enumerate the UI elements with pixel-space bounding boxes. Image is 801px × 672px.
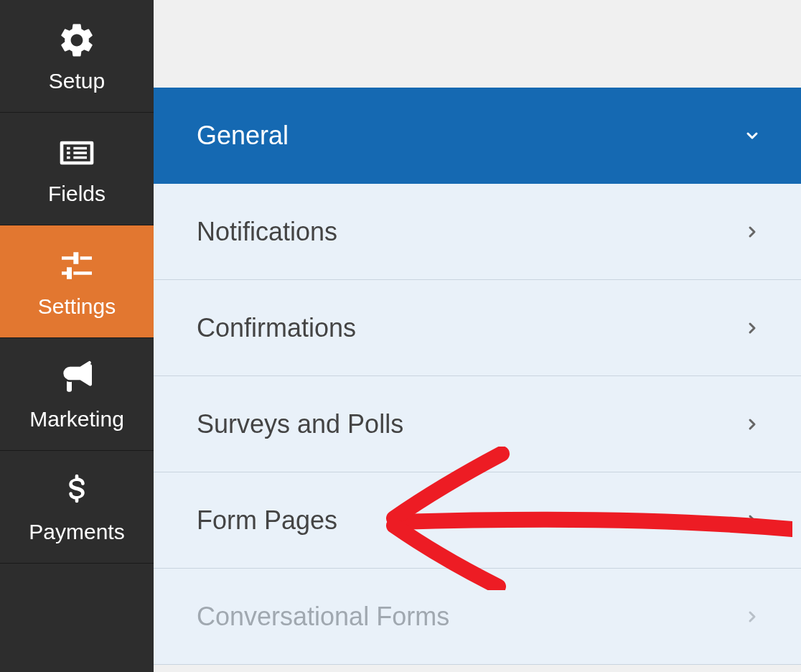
settings-item-confirmations[interactable]: Confirmations	[154, 280, 801, 376]
bullhorn-icon	[57, 358, 97, 398]
chevron-right-icon	[744, 223, 761, 241]
sidebar-item-setup[interactable]: Setup	[0, 0, 154, 113]
settings-item-notifications[interactable]: Notifications	[154, 184, 801, 280]
sidebar-item-label: Marketing	[29, 407, 124, 431]
settings-item-surveys-polls[interactable]: Surveys and Polls	[154, 376, 801, 472]
sidebar: Setup Fields Settings Marketing Payments	[0, 0, 154, 672]
sidebar-item-label: Payments	[29, 520, 124, 544]
settings-item-conversational-forms[interactable]: Conversational Forms	[154, 569, 801, 665]
sidebar-item-label: Fields	[48, 182, 106, 206]
settings-item-label: Confirmations	[197, 313, 356, 343]
settings-item-general[interactable]: General	[154, 88, 801, 184]
sidebar-item-fields[interactable]: Fields	[0, 113, 154, 225]
settings-item-label: Surveys and Polls	[197, 409, 403, 439]
settings-item-label: Conversational Forms	[197, 602, 449, 632]
content-area: General Notifications Confirmations Surv…	[154, 0, 801, 672]
settings-item-form-pages[interactable]: Form Pages	[154, 472, 801, 569]
chevron-down-icon	[744, 127, 761, 144]
dollar-icon	[57, 471, 97, 511]
chevron-right-icon	[744, 319, 761, 337]
settings-item-label: Notifications	[197, 217, 337, 247]
sidebar-item-payments[interactable]: Payments	[0, 451, 154, 564]
chevron-right-icon	[744, 608, 761, 625]
sidebar-item-label: Setup	[49, 69, 105, 93]
chevron-right-icon	[744, 416, 761, 433]
sidebar-item-label: Settings	[38, 294, 116, 319]
settings-item-label: Form Pages	[197, 505, 337, 536]
gear-icon	[57, 20, 97, 60]
sliders-icon	[57, 246, 97, 286]
settings-panel: General Notifications Confirmations Surv…	[154, 88, 801, 665]
sidebar-item-settings[interactable]: Settings	[0, 225, 154, 338]
content-top-spacer	[154, 0, 801, 88]
settings-item-label: General	[197, 121, 289, 151]
list-icon	[57, 133, 97, 173]
chevron-right-icon	[744, 512, 761, 529]
sidebar-item-marketing[interactable]: Marketing	[0, 338, 154, 451]
